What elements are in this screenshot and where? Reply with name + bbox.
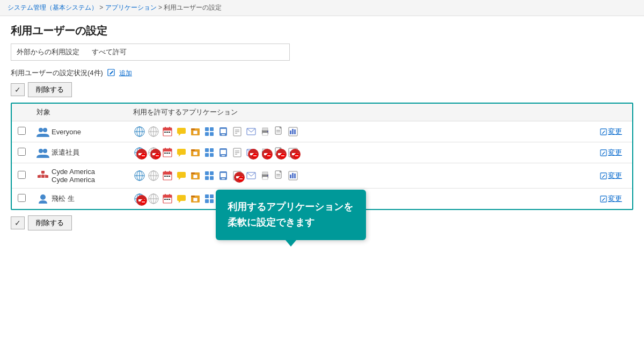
row-everyone-app-icon-11 xyxy=(287,126,299,138)
svg-rect-195 xyxy=(205,194,209,198)
svg-rect-159 xyxy=(267,175,268,176)
svg-rect-116 xyxy=(45,175,48,178)
svg-rect-44 xyxy=(276,130,280,131)
svg-rect-113 xyxy=(41,171,45,174)
row-cyde-app-icon-10 xyxy=(273,170,286,182)
row-cyde-app-icon-0 xyxy=(133,170,146,182)
page-title: 利用ユーザーの設定 xyxy=(0,16,644,44)
svg-marker-21 xyxy=(179,134,181,136)
svg-rect-143 xyxy=(210,171,214,175)
svg-point-110 xyxy=(290,149,301,160)
delete-bar-top: ✓ 削除する xyxy=(11,82,633,97)
row-tobimatsu-target: 飛松 生 xyxy=(31,189,128,209)
col-header-target: 対象 xyxy=(31,104,128,121)
row-haken-app-icon-6 xyxy=(217,147,230,158)
row-everyone-apps xyxy=(128,121,595,142)
tooltip-line2: 柔軟に設定できます xyxy=(228,215,354,230)
row-tobimatsu-checkbox[interactable] xyxy=(18,194,26,202)
delete-button-bottom[interactable]: 削除する xyxy=(28,215,72,230)
row-tobimatsu-edit-link[interactable]: 変更 xyxy=(600,194,627,204)
svg-rect-68 xyxy=(163,149,172,151)
row-cyde-app-icon-3 xyxy=(175,170,188,182)
row-everyone-checkbox-cell xyxy=(12,121,31,142)
check-all-button-top[interactable]: ✓ xyxy=(11,83,25,96)
row-tobimatsu-app-icon-0 xyxy=(133,193,146,205)
svg-rect-114 xyxy=(38,175,41,178)
row-haken-app-icon-3 xyxy=(175,147,188,158)
svg-rect-188 xyxy=(166,199,168,200)
svg-rect-187 xyxy=(164,199,166,200)
external-settings-row: 外部からの利用設定 すべて許可 xyxy=(11,44,290,61)
row-haken-app-icon-4 xyxy=(189,147,202,158)
row-haken-target-name: 派遣社員 xyxy=(52,148,79,157)
svg-rect-38 xyxy=(262,128,268,131)
row-haken-app-icon-5 xyxy=(203,147,216,158)
row-cyde-app-icon-2 xyxy=(161,170,174,182)
row-haken-app-icon-0 xyxy=(133,147,146,158)
svg-rect-82 xyxy=(210,153,214,157)
svg-rect-145 xyxy=(210,176,214,180)
row-cyde-app-icon-8 xyxy=(245,170,258,182)
row-everyone-checkbox[interactable] xyxy=(18,127,26,135)
svg-rect-69 xyxy=(165,148,166,150)
svg-rect-45 xyxy=(276,132,280,132)
row-haken-edit-link[interactable]: 変更 xyxy=(600,148,627,157)
external-settings-label: 外部からの利用設定 xyxy=(17,47,92,57)
row-everyone-edit-link[interactable]: 変更 xyxy=(600,127,627,136)
tooltip-popup: 利用するアプリケーションを 柔軟に設定できます xyxy=(216,190,366,240)
svg-rect-77 xyxy=(191,149,195,151)
svg-rect-198 xyxy=(210,199,214,203)
row-everyone-app-icon-1 xyxy=(147,126,160,138)
svg-rect-18 xyxy=(166,132,168,133)
row-everyone-app-icon-3 xyxy=(175,126,188,138)
row-haken-action: 変更 xyxy=(595,142,632,163)
check-all-button-bottom[interactable]: ✓ xyxy=(11,216,25,229)
svg-rect-158 xyxy=(262,177,268,179)
row-everyone-app-icon-8 xyxy=(245,126,258,138)
svg-point-65 xyxy=(150,149,161,160)
svg-rect-74 xyxy=(177,149,186,155)
svg-rect-14 xyxy=(163,128,172,131)
row-everyone-app-icon-0 xyxy=(133,126,146,138)
svg-rect-73 xyxy=(169,153,170,154)
svg-rect-197 xyxy=(205,199,209,203)
svg-rect-48 xyxy=(292,129,294,134)
col-header-check xyxy=(12,104,31,121)
external-settings-value: すべて許可 xyxy=(92,47,284,57)
row-cyde-checkbox[interactable] xyxy=(18,171,26,179)
svg-rect-193 xyxy=(191,196,195,197)
breadcrumb-link-system[interactable]: システム管理（基本システム） xyxy=(8,4,98,11)
delete-button-top[interactable]: 削除する xyxy=(28,82,72,97)
row-haken-app-icon-10 xyxy=(273,147,286,158)
row-cyde-edit-link[interactable]: 変更 xyxy=(600,171,627,180)
row-everyone-app-icon-9 xyxy=(259,126,272,138)
table-header-row: 対象 利用を許可するアプリケーション xyxy=(12,104,632,121)
svg-rect-20 xyxy=(177,128,186,134)
row-haken-app-icon-1 xyxy=(147,147,160,158)
row-cyde-app-icon-9 xyxy=(259,170,272,182)
breadcrumb-link-app[interactable]: アプリケーション xyxy=(105,4,157,11)
svg-rect-167 xyxy=(292,173,294,178)
row-cyde-app-icon-4 xyxy=(189,170,202,182)
col-header-apps: 利用を許可するアプリケーション xyxy=(128,104,595,121)
svg-rect-132 xyxy=(165,171,166,173)
row-haken-checkbox[interactable] xyxy=(18,148,26,156)
row-everyone-target: Everyone xyxy=(31,121,128,142)
svg-rect-72 xyxy=(166,153,168,154)
svg-rect-168 xyxy=(294,174,296,178)
row-haken-app-icon-2 xyxy=(161,147,174,158)
svg-rect-28 xyxy=(210,132,214,136)
row-everyone-app-icon-6 xyxy=(217,126,230,138)
svg-marker-75 xyxy=(179,155,181,157)
svg-point-176 xyxy=(136,195,147,206)
svg-rect-141 xyxy=(193,175,197,178)
row-cyde-user-icon xyxy=(36,170,49,181)
svg-point-170 xyxy=(40,194,46,200)
row-everyone-app-icon-10 xyxy=(273,126,286,138)
svg-rect-19 xyxy=(169,132,170,133)
svg-point-52 xyxy=(43,149,47,153)
edit-icon xyxy=(107,69,115,78)
add-link[interactable]: 追加 xyxy=(119,69,132,78)
svg-rect-39 xyxy=(262,133,268,135)
svg-rect-194 xyxy=(193,198,197,201)
